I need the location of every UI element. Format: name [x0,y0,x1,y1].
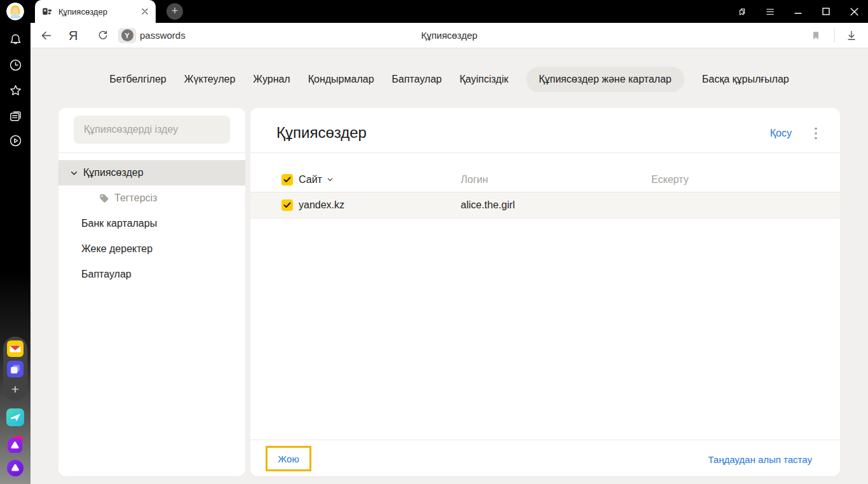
column-header-note[interactable]: Ескерту [651,174,689,185]
nav-passwords-and-cards[interactable]: Құпиясөздер және карталар [526,67,684,92]
table-header-row: Сайт Логин Ескерту [250,167,840,192]
pinned-apps-group: + [3,337,27,401]
select-all-checkbox[interactable] [281,174,293,185]
url-text[interactable]: passwords [140,23,186,48]
tab-bar: Құпиясөздер + [31,0,868,23]
yandex-messenger-app[interactable] [6,408,24,426]
more-options-button[interactable] [815,127,817,140]
protect-badge[interactable]: Y [118,28,136,43]
password-key-icon [41,6,53,17]
layered-windows-icon [7,361,24,377]
chevron-down-icon [70,169,78,177]
row-login: alice.the.girl [461,199,515,211]
column-label: Сайт [299,174,322,185]
passwords-main-panel: Құпиясөздер Қосу Сайт Логин Ескерту yand… [250,108,840,476]
alice-app[interactable] [6,436,24,454]
bookmark-page-button[interactable] [811,30,821,41]
minimize-button[interactable] [793,6,803,17]
notifications-button[interactable] [6,30,24,48]
mail-icon [7,340,24,357]
add-app-button[interactable]: + [7,381,24,398]
settings-nav: Бетбелгілер Жүктеулер Журнал Қондырмалар… [31,64,868,95]
download-icon [845,29,858,42]
sidebar-item-settings[interactable]: Баптаулар [58,262,245,287]
bell-icon [8,32,23,47]
nav-bookmarks[interactable]: Бетбелгілер [109,74,166,85]
close-button[interactable] [849,6,859,17]
window-controls [737,0,859,23]
back-arrow-icon [39,29,53,43]
divider [834,29,835,43]
nav-downloads[interactable]: Жүктеулер [184,74,236,85]
address-bar: Я Y passwords Құпиясөздер [31,23,868,48]
kebab-menu-icon [815,127,817,140]
play-circle-icon [8,133,23,148]
row-checkbox[interactable] [281,199,293,211]
divider [250,440,840,440]
tab-title: Құпиясөздер [58,7,140,17]
check-icon [283,202,291,208]
protect-icon: Y [121,29,133,41]
alice-assistant-button[interactable] [6,459,24,477]
yandex-windows-app[interactable] [7,361,24,377]
menu-button[interactable] [765,6,775,17]
user-avatar[interactable] [6,3,24,20]
star-icon [8,83,23,98]
alice-circle-icon [6,459,24,477]
column-header-site[interactable]: Сайт [299,174,334,185]
refresh-button[interactable] [97,29,109,42]
clock-icon [8,58,23,72]
back-button[interactable] [39,29,53,43]
add-password-button[interactable]: Қосу [770,128,792,139]
bookmark-flag-icon [811,30,821,41]
search-input[interactable] [74,116,230,144]
bookmarks-button[interactable] [6,81,24,99]
history-button[interactable] [6,56,24,74]
password-table-row[interactable]: yandex.kz alice.the.girl [250,192,840,218]
nav-security[interactable]: Қауіпсіздік [459,74,508,85]
sidebar-item-label: Тегтерсіз [114,192,157,204]
sidebar-item-label: Жеке деректер [81,243,153,255]
messenger-icon [6,408,24,426]
yandex-mail-app[interactable] [7,340,24,357]
browser-window: + [0,0,868,484]
avatar-girl-icon [6,3,24,20]
passwords-sidebar: Құпиясөздер Тегтерсіз Банк карталары Жек… [58,108,245,476]
sort-chevron-icon [327,176,334,183]
sidebar-item-bank-cards[interactable]: Банк карталары [58,211,245,236]
page-title: Құпиясөздер [276,124,367,142]
delete-button[interactable]: Жою [278,454,299,464]
nav-other-devices[interactable]: Басқа құрылғылар [702,74,789,85]
row-site: yandex.kz [299,199,344,211]
downloads-button[interactable] [845,29,858,42]
maximize-button[interactable] [821,6,831,17]
collections-button[interactable] [6,107,24,124]
refresh-icon [97,29,109,42]
sidebar-item-passwords[interactable]: Құпиясөздер [58,160,245,185]
sidebar-item-personal-data[interactable]: Жеке деректер [58,236,245,262]
nav-settings[interactable]: Баптаулар [392,74,442,85]
notes-icon [8,109,23,123]
nav-history[interactable]: Журнал [253,74,290,85]
alice-square-icon [6,436,24,454]
sidebar-item-untagged[interactable]: Тегтерсіз [58,185,245,211]
side-panels-button[interactable] [737,6,747,17]
new-tab-button[interactable]: + [166,3,183,20]
tag-icon [99,193,109,203]
tab-close-icon[interactable] [140,7,149,16]
divider [58,152,245,153]
check-icon [283,177,291,183]
yandex-logo[interactable]: Я [69,28,78,43]
divider [250,152,840,153]
nav-extensions[interactable]: Қондырмалар [308,74,374,85]
video-button[interactable] [6,131,24,149]
sidebar-item-label: Банк карталары [81,218,157,229]
sidebar-item-label: Құпиясөздер [83,167,144,178]
left-rail: + [0,0,31,484]
browser-tab[interactable]: Құпиясөздер [35,0,156,23]
column-header-login[interactable]: Логин [461,174,488,185]
deselect-all-button[interactable]: Таңдаудан алып тастау [708,454,812,465]
sidebar-item-label: Баптаулар [81,269,132,280]
delete-button-highlight: Жою [266,446,311,471]
